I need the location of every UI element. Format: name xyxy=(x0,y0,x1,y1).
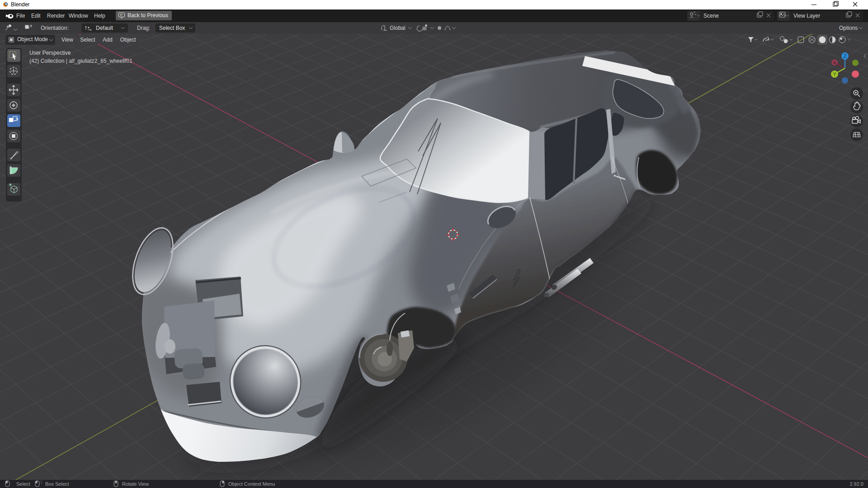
svg-text:Box Select: Box Select xyxy=(45,481,69,487)
svg-text:X: X xyxy=(833,61,836,65)
svg-text:Orientation:: Orientation: xyxy=(41,25,69,31)
svg-text:User Perspective: User Perspective xyxy=(29,50,71,56)
svg-text:View Layer: View Layer xyxy=(793,13,820,19)
svg-text:Select: Select xyxy=(16,481,30,487)
svg-text:Y: Y xyxy=(833,72,836,77)
svg-text:Z: Z xyxy=(844,54,846,59)
svg-text:Scene: Scene xyxy=(703,13,719,19)
svg-text:Default: Default xyxy=(96,25,113,31)
svg-text:Rotate View: Rotate View xyxy=(122,481,149,487)
svg-text:Object Context Menu: Object Context Menu xyxy=(228,481,275,487)
svg-text:Global: Global xyxy=(390,25,406,31)
svg-text:(42) Collection | alf_giuliatz: (42) Collection | alf_giuliatz2_65_wheel… xyxy=(29,58,132,64)
svg-text:Options: Options xyxy=(839,25,858,31)
svg-text:Select Box: Select Box xyxy=(159,25,185,31)
svg-text:Drag:: Drag: xyxy=(137,25,150,31)
